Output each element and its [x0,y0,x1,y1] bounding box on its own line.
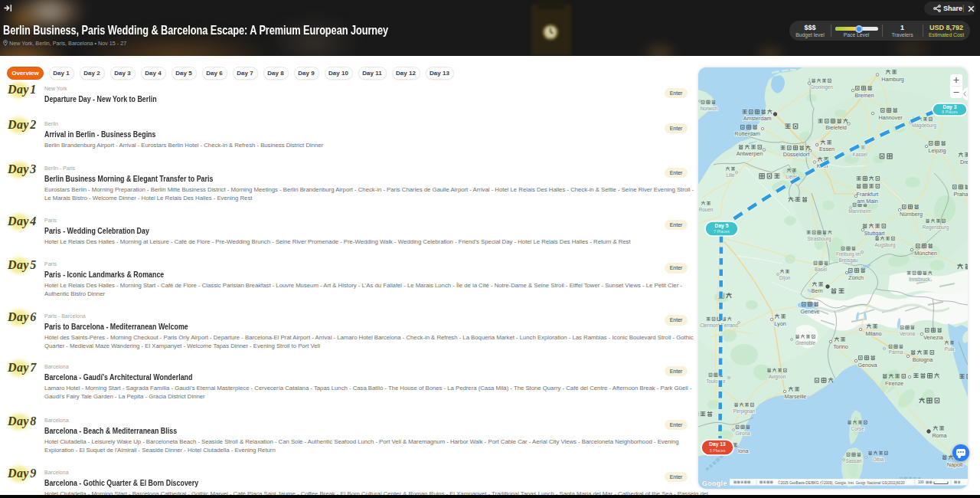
svg-text:Genève: Genève [800,308,819,315]
svg-text:Hamburg: Hamburg [881,76,904,83]
svg-text:Amsterdam: Amsterdam [743,115,772,122]
svg-text:Kassel: Kassel [853,152,867,157]
svg-text:Mannheim: Mannheim [848,208,871,214]
svg-text:Stuttgart: Stuttgart [864,230,884,237]
svg-text:Antwerpen: Antwerpen [737,150,763,157]
svg-text:Rouen: Rouen [699,207,714,212]
svg-text:Venezia: Venezia [923,334,943,341]
svg-text:Day 5: Day 5 [715,223,729,229]
svg-text:Olbia: Olbia [873,457,884,462]
svg-text:Rotterdam: Rotterdam [734,130,760,137]
svg-text:Corse: Corse [851,426,864,431]
svg-text:Google: Google [702,480,727,487]
svg-text:Basel: Basel [815,267,827,272]
svg-text:Nürnberg: Nürnberg [900,211,923,218]
svg-text:Bremen: Bremen [854,92,874,99]
svg-text:Grenoble: Grenoble [795,340,815,346]
svg-text:Day 13: Day 13 [709,441,726,447]
svg-text:Dres: Dres [960,159,968,165]
svg-text:Innsbruck: Innsbruck [909,277,930,282]
svg-text:Perpignan: Perpignan [733,408,756,414]
svg-text:Düsseldorf: Düsseldorf [783,151,809,158]
svg-text:lona: lona [738,447,749,454]
svg-text:Praha: Praha [953,191,968,198]
svg-text:Sassari: Sassari [846,458,862,464]
svg-text:Bielefeld: Bielefeld [825,124,847,131]
svg-text:Leipzig: Leipzig [929,147,946,154]
svg-text:Roma: Roma [932,432,946,439]
svg-text:100: 100 [918,480,924,484]
svg-text:Bologna: Bologna [913,356,933,363]
svg-text:Essen: Essen [819,146,835,152]
svg-text:Dijon: Dijon [779,275,791,281]
svg-text:Groningen: Groningen [810,84,833,90]
svg-text:Bern: Bern [811,287,822,294]
svg-text:Torino: Torino [833,343,848,350]
svg-text:Breisgau: Breisgau [839,257,858,264]
svg-text:Strasbourg: Strasbourg [808,236,831,242]
svg-text:Lille: Lille [726,172,735,178]
svg-text:Firenze: Firenze [885,380,903,387]
svg-text:Verona: Verona [900,331,915,336]
svg-text:München: München [914,250,937,257]
svg-text:7 Places: 7 Places [714,229,730,234]
svg-text:Regensburg: Regensburg [923,224,949,231]
svg-text:am Main: am Main [857,198,878,205]
svg-text:Avignon: Avignon [769,374,786,380]
svg-text:Pula: Pula [945,346,955,352]
svg-text:Napoli: Napoli [947,461,963,468]
svg-text:Genova: Genova [858,362,877,369]
svg-text:Parma: Parma [889,349,903,355]
svg-text:Hannover: Hannover [878,114,903,121]
svg-text:8 Places: 8 Places [942,110,958,114]
svg-text:Freiburg im: Freiburg im [836,251,861,257]
svg-text:Frankfurt: Frankfurt [857,191,879,198]
svg-text:5 Places: 5 Places [710,448,726,453]
svg-text:©2025 GeoBasis-DE/BKG (©2009),: ©2025 GeoBasis-DE/BKG (©2009), Google, I… [778,480,905,485]
svg-text:Augsburg: Augsburg [875,242,896,248]
svg-text:Norwich: Norwich [701,106,718,111]
svg-text:Girona: Girona [736,431,750,436]
svg-text:Magdeburg: Magdeburg [912,123,936,129]
svg-text:Lyon: Lyon [774,320,786,327]
svg-text:Zürich: Zürich [848,274,864,281]
svg-text:Marseille: Marseille [785,393,807,400]
svg-text:Milano: Milano [865,330,881,337]
